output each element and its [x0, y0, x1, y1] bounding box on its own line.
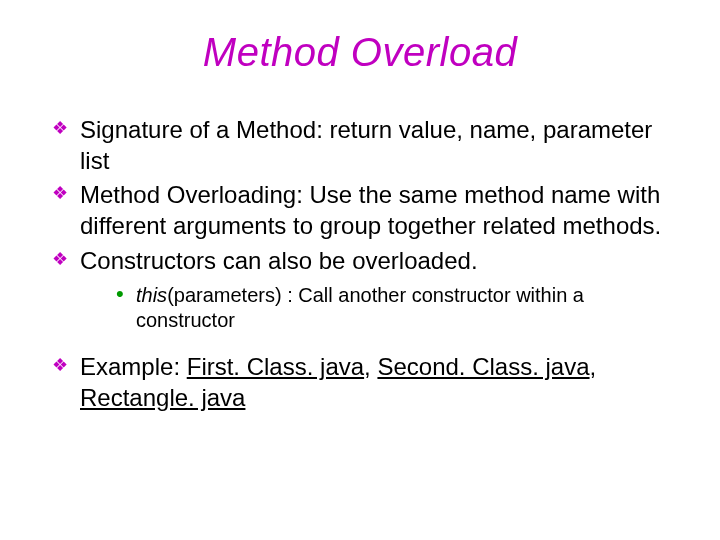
bullet-list: Signature of a Method: return value, nam…: [48, 115, 672, 413]
bullet-example: Example: First. Class. java, Second. Cla…: [52, 352, 672, 413]
separator: ,: [590, 353, 597, 380]
bullet-text: Signature of a Method: return value, nam…: [80, 116, 652, 174]
sub-bullet-text: (parameters) : Call another constructor …: [136, 284, 584, 332]
link-first-class[interactable]: First. Class. java: [187, 353, 364, 380]
sub-bullet-list: this(parameters) : Call another construc…: [80, 283, 672, 334]
keyword-this: this: [136, 284, 167, 306]
separator: ,: [364, 353, 377, 380]
link-second-class[interactable]: Second. Class. java: [377, 353, 589, 380]
bullet-overloading: Method Overloading: Use the same method …: [52, 180, 672, 241]
bullet-text: Constructors can also be overloaded.: [80, 247, 478, 274]
bullet-signature: Signature of a Method: return value, nam…: [52, 115, 672, 176]
sub-bullet-this: this(parameters) : Call another construc…: [116, 283, 672, 334]
slide-title: Method Overload: [48, 30, 672, 75]
bullet-text: Method Overloading: Use the same method …: [80, 181, 661, 239]
slide: Method Overload Signature of a Method: r…: [0, 0, 720, 540]
link-rectangle[interactable]: Rectangle. java: [80, 384, 245, 411]
bullet-constructors: Constructors can also be overloaded. thi…: [52, 246, 672, 334]
example-lead: Example:: [80, 353, 187, 380]
